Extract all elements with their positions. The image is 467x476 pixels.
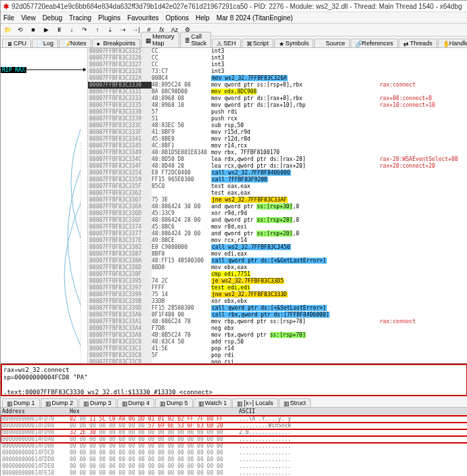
- step-into-icon[interactable]: ↓: [66, 24, 77, 35]
- titlebar: ✱ 92d057720eab41e9c6bb684e834da632ff3d79…: [1, 1, 467, 12]
- tab-handles[interactable]: ✋Handles: [438, 39, 467, 47]
- dump-tab-struct[interactable]: ▥Struct: [279, 398, 311, 407]
- dump-tab-dump-3[interactable]: ▥Dump 3: [79, 398, 116, 407]
- menu-file[interactable]: File: [3, 14, 14, 22]
- toolbar: 📁 ⟲ ■ ▶ ⏸ ↓ ↷ ↑ ⇣ ⇢ →| # fx Az ⚙: [1, 24, 467, 37]
- menu-mar-8-2024-(titanengine)[interactable]: Mar 8 2024 (TitanEngine): [217, 14, 293, 22]
- dump-tab--x---locals[interactable]: ▥[x=] Locals: [232, 398, 277, 407]
- dump-col-ascii: ASCII: [239, 408, 255, 415]
- info-line-3: .text:00007FFBF83C3330 ws2_32.dll:$13330…: [3, 389, 465, 396]
- dump-tab-watch-1[interactable]: ▥Watch 1: [194, 398, 232, 407]
- disassembly-view[interactable]: 00007FFBF83C3325CC int300007FFBF83C3326C…: [88, 48, 467, 363]
- tab-source[interactable]: Source: [314, 39, 350, 47]
- step-over-icon[interactable]: ↷: [79, 24, 90, 35]
- menu-favourites[interactable]: Favourites: [127, 14, 159, 22]
- dump-tab-dump-5[interactable]: ▥Dump 5: [155, 398, 193, 407]
- stop-icon[interactable]: ■: [28, 24, 39, 35]
- step-out-icon[interactable]: ↑: [92, 24, 103, 35]
- info-line-1: rax=ws2_32.connect: [3, 366, 465, 374]
- dump-col-hex: Hex: [70, 408, 239, 415]
- tab-breakpoints[interactable]: ●Breakpoints: [92, 39, 141, 47]
- dump-col-address: Address: [2, 408, 70, 415]
- tab-cpu[interactable]: 🖥CPU: [2, 39, 31, 47]
- dump-tab-dump-4[interactable]: ▥Dump 4: [117, 398, 155, 407]
- run-icon[interactable]: ▶: [41, 24, 51, 35]
- view-tabs: 🖥CPU📄Log📝Notes●Breakpoints▦Memory Map≣Ca…: [1, 37, 467, 48]
- dump-tab-dump-1[interactable]: ▥Dump 1: [2, 398, 40, 407]
- restart-icon[interactable]: ⟲: [15, 24, 26, 35]
- flow-graph: RIP RAX: [1, 48, 88, 363]
- menu-help[interactable]: Help: [196, 14, 210, 22]
- dump-view[interactable]: Address Hex ASCII 000000000014FD7002 00 …: [1, 408, 467, 476]
- app-icon: ✱: [3, 3, 9, 10]
- tab-log[interactable]: 📄Log: [32, 39, 58, 47]
- info-line-2: sp=00000000004FCD8 "PA": [3, 374, 465, 381]
- tab-references[interactable]: 🔗References: [351, 39, 398, 47]
- tab-notes[interactable]: 📝Notes: [59, 39, 91, 47]
- dump-tabs: ▥Dump 1▥Dump 2▥Dump 3▥Dump 4▥Dump 5▥Watc…: [1, 396, 467, 408]
- dump-tab-dump-2[interactable]: ▥Dump 2: [41, 398, 79, 407]
- tab-threads[interactable]: ⇄Threads: [399, 39, 437, 47]
- menu-options[interactable]: Options: [166, 14, 189, 22]
- pause-icon[interactable]: ⏸: [53, 24, 64, 35]
- menu-plugins[interactable]: Plugins: [98, 14, 120, 22]
- tab-call-stack[interactable]: ≣Call Stack: [180, 32, 212, 47]
- trace-over-icon[interactable]: ⇢: [118, 24, 129, 35]
- tab-seh[interactable]: ⚠SEH: [212, 39, 241, 47]
- open-icon[interactable]: 📁: [2, 24, 13, 35]
- trace-into-icon[interactable]: ⇣: [105, 24, 116, 35]
- run-to-icon[interactable]: →|: [131, 24, 141, 35]
- tab-memory-map[interactable]: ▦Memory Map: [141, 32, 179, 47]
- menu-debug[interactable]: Debug: [43, 14, 62, 22]
- menubar: FileViewDebugTracingPluginsFavouritesOpt…: [1, 12, 467, 24]
- tab-script[interactable]: ⌘Script: [242, 39, 273, 47]
- info-panel: rax=ws2_32.connect sp=00000000004FCD8 "P…: [1, 364, 467, 396]
- menu-tracing[interactable]: Tracing: [69, 14, 91, 22]
- window-title: 92d057720eab41e9c6bb684e834da632ff3d79b1…: [12, 3, 465, 10]
- tab-symbols[interactable]: ★Symbols: [274, 39, 314, 47]
- menu-view[interactable]: View: [21, 14, 36, 22]
